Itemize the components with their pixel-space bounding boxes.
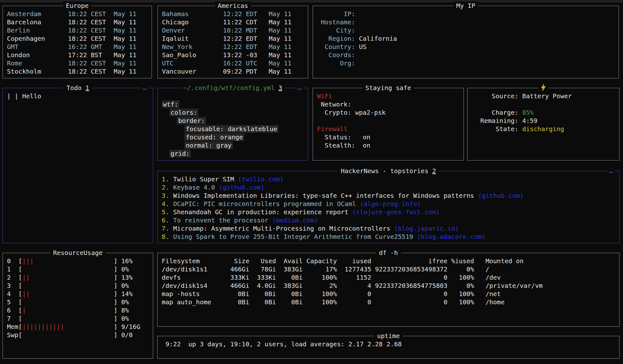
battery-info-row: Source: Battery Power (480, 92, 619, 100)
story-item[interactable]: 1. Twilio Super SIM (twilio.com) (162, 175, 619, 183)
filesystem-row: map -hosts 0Bi 0Bi 0Bi 100% 0 0 100% /ne… (162, 290, 619, 298)
usage-gauge-row-segment: ] 16% (34, 257, 133, 265)
usage-gauge-row-segment: Mem[ (7, 323, 22, 331)
story-item[interactable]: 6. To reinvent the processor (medium.com… (162, 216, 619, 224)
usage-gauge-row-segment: ] 8% (26, 306, 129, 314)
story-item-segment: Windows Implementation Libraries: type-s… (173, 192, 478, 199)
config-line-segment (162, 150, 169, 157)
config-line-segment: wtf: (162, 100, 179, 108)
security-info-row-segment: Crypto: wpa2-psk (317, 109, 386, 116)
clock-row-segment: Berlin 18:22 CEST May 11 (7, 27, 136, 34)
top-strip (0, 0, 623, 3)
ip-info-row: Region: California (317, 34, 619, 43)
story-item-segment: Shenandoah GC in production: experience … (173, 208, 352, 216)
story-item-segment: 8. (162, 233, 173, 240)
story-item[interactable]: 5. Shenandoah GC in production: experien… (162, 208, 619, 216)
panel-americas: Americas Bahamas 12:22 EDT May 11Chicago… (158, 6, 308, 78)
story-item[interactable]: 4. OCaPIC: PIC microcontrollers programm… (162, 200, 619, 208)
story-item-segment: To reinvent the processor (173, 216, 272, 224)
story-item-segment: OCaPIC: PIC microcontrollers programmed … (173, 200, 360, 208)
usage-gauge-row-segment: || (22, 274, 30, 281)
config-line: focused: orange (162, 133, 308, 141)
clock-row-segment: Denver 10:22 MDT May 11 (162, 27, 291, 34)
usage-gauge-row-segment: 3 [ ] 0% (7, 282, 129, 289)
config-line-segment: colors: (169, 109, 198, 116)
usage-gauge-row: Mem[||||||||||| ] 9/16G (7, 323, 153, 331)
story-item-segment: 6. (162, 216, 173, 224)
config-line-segment: grid: (169, 150, 191, 157)
security-info-row (317, 117, 464, 125)
panel-todo[interactable]: Todo1 … | | Hello (3, 88, 153, 243)
todo-item[interactable]: | | Hello (7, 92, 153, 100)
clock-row-segment: Stockholm 18:22 CEST May 11 (7, 68, 136, 75)
config-shortcut-key[interactable]: 3 (278, 84, 282, 92)
story-item-segment: (blog.adacore.com) (417, 233, 486, 240)
battery-info-row-segment: Remaining: 4:59 (480, 117, 538, 124)
filesystem-row-segment: map auto_home 0Bi 0Bi 0Bi 100% 0 0 100% … (162, 298, 505, 306)
clock-row-segment: UTC 16:22 UTC May 11 (162, 59, 291, 67)
ip-info-row-segment: California (355, 35, 397, 42)
usage-gauge-row-segment: 7 [ ] 0% (7, 315, 129, 322)
story-item-segment: 4. (162, 200, 173, 208)
panel-hackernews[interactable]: HackerNews - topstories2 … 1. Twilio Sup… (157, 171, 620, 243)
story-item-segment: 3. (162, 192, 173, 199)
clock-row-segment: New_York 12:22 EDT May 11 (162, 43, 291, 51)
panel-staying-safe: Staying safe WiFi Network: Crypto: wpa2-… (313, 88, 464, 161)
hackernews-shortcut-key[interactable]: 2 (432, 167, 436, 175)
ip-info-row: Org: (317, 59, 619, 67)
filesystem-row-segment: /dev/disk1s1 466Gi 78Gi 383Gi 17% 127743… (162, 265, 489, 273)
clock-row-segment: London 17:22 BST May 11 (7, 51, 136, 59)
clock-row: GMT 16:22 GMT May 11 (7, 43, 152, 51)
story-item-segment: (github.com) (219, 184, 265, 191)
config-line: grid: (162, 149, 308, 158)
ip-info-row: Hostname: (317, 18, 619, 26)
clock-row: Barcelona 18:22 CEST May 11 (7, 18, 152, 26)
security-info-row: Crypto: wpa2-psk (317, 108, 464, 117)
more-indicator: … (141, 83, 148, 92)
more-indicator: … (296, 83, 303, 92)
config-line-segment (162, 133, 184, 141)
battery-info-row (480, 100, 619, 108)
ip-info-row-segment: Region: (317, 35, 355, 42)
story-item[interactable]: 3. Windows Implementation Libraries: typ… (162, 191, 619, 200)
usage-gauge-row-segment: 2 [ (7, 274, 22, 281)
clock-row-segment: Copenhagen 18:22 CEST May 11 (7, 35, 136, 42)
todo-shortcut-key[interactable]: 1 (85, 84, 89, 92)
panel-title-americas: Americas (215, 2, 251, 10)
security-info-row: Status: on (317, 133, 464, 141)
ip-info-row: Country: US (317, 43, 619, 51)
filesystem-row: devfs 333Ki 333Ki 0Bi 100% 1152 0 100% /… (162, 273, 619, 282)
ip-info-row: City: (317, 26, 619, 34)
usage-gauge-row-segment: 0 [ (7, 257, 22, 265)
story-item-segment: 1. (162, 175, 173, 183)
story-item[interactable]: 2. Keybase 4.0 (github.com) (162, 183, 619, 191)
battery-info-row: Charge: 85% (480, 108, 619, 117)
usage-gauge-row-segment: Swp[ ] 0/0 (7, 331, 133, 339)
story-item[interactable]: 7. Microamp: Asymmetric Multi-Processing… (162, 224, 619, 233)
story-item-segment: (blog.japaric.io) (394, 225, 459, 232)
config-line: border: (162, 117, 308, 125)
panel-title-my-ip: My IP (453, 2, 478, 10)
story-item-segment: Twilio Super SIM (173, 175, 238, 183)
usage-gauge-row: 3 [ ] 0% (7, 282, 153, 290)
panel-europe: Europe Amsterdam 18:22 CEST May 11Barcel… (3, 6, 152, 78)
usage-gauge-row: 4 [|| ] 14% (7, 290, 153, 298)
usage-gauge-row: 0 [||| ] 16% (7, 257, 153, 265)
filesystem-row-segment: /dev/disk1s4 466Gi 4.0Gi 383Gi 2% 4 9223… (162, 282, 543, 289)
usage-gauge-row-segment: || (22, 290, 30, 298)
battery-info-row: Remaining: 4:59 (480, 117, 619, 125)
config-line-segment: focusable: darkslateblue (184, 125, 278, 133)
clock-row-segment: Amsterdam 18:22 CEST May 11 (7, 10, 136, 18)
story-item-segment: (clojure-goes-fast.com) (352, 208, 440, 216)
panel-config-yml[interactable]: ~/.config/wtf/config.yml3 … wtf: colors:… (157, 88, 308, 161)
clock-row: Sao_Paolo 13:22 -03 May 11 (162, 51, 308, 59)
security-info-row-segment: Status: on (317, 133, 371, 141)
clock-row-segment: Sao_Paolo 13:22 -03 May 11 (162, 51, 291, 59)
ip-info-row-segment: Org: (317, 59, 355, 67)
usage-gauge-row: 1 [ ] 0% (7, 265, 153, 273)
filesystem-row: map auto_home 0Bi 0Bi 0Bi 100% 0 0 100% … (162, 298, 619, 306)
story-item[interactable]: 8. Using Spark to Prove 255-Bit Integer … (162, 233, 619, 241)
clock-row-segment: Vancouver 09:22 PDT May 11 (162, 68, 291, 75)
story-item-segment: 2. (162, 184, 173, 191)
clock-row: Stockholm 18:22 CEST May 11 (7, 67, 152, 76)
